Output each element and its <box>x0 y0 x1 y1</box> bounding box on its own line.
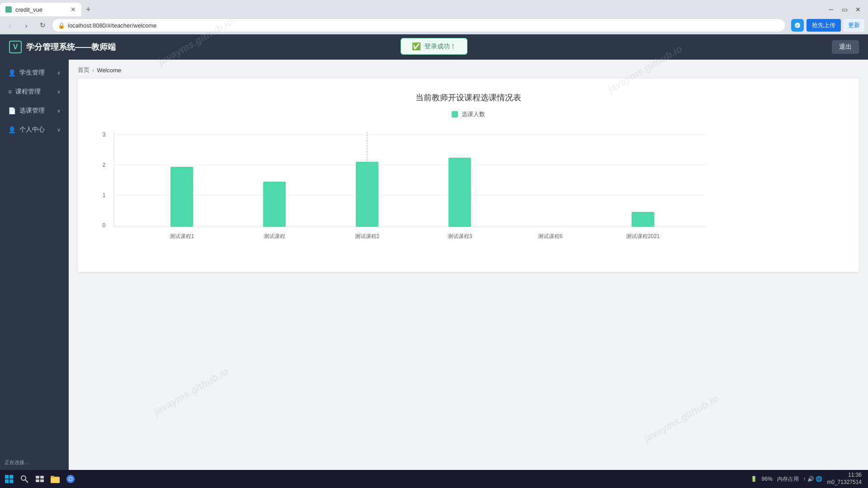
bar-1[interactable] <box>170 167 193 227</box>
x-label-6: 测试课程2021 <box>626 233 660 239</box>
svg-rect-22 <box>36 479 39 482</box>
success-icon: ✅ <box>412 42 421 51</box>
breadcrumb-current: Welcome <box>97 67 121 74</box>
watermark-4: javayms.github.io <box>642 393 721 445</box>
x-label-3: 测试课程2 <box>355 233 380 239</box>
legend-label: 选课人数 <box>462 110 485 118</box>
tab-bar: credit_vue ✕ + ─ ▭ ✕ <box>0 0 868 16</box>
memory-label: 内存占用 <box>777 475 799 483</box>
taskbar: 🔋 96% 内存占用 ↑ 🔊 🌐 11:36 m0_71327514 <box>0 470 868 488</box>
chrome-button[interactable] <box>63 472 78 486</box>
sidebar-item-students[interactable]: 👤 学生管理 ∨ <box>0 63 69 82</box>
forward-button[interactable]: › <box>20 19 33 32</box>
battery-icon: 🔋 <box>750 476 757 482</box>
browser-tab[interactable]: credit_vue ✕ <box>0 3 81 16</box>
watermark-3: javayms.github.io <box>152 366 231 418</box>
sidebar-item-courses[interactable]: ≡ 课程管理 ∨ <box>0 82 69 101</box>
status-bar: 正在连接... <box>0 457 69 468</box>
svg-rect-20 <box>36 476 39 479</box>
svg-text:0: 0 <box>103 222 106 229</box>
sidebar-arrow-courses: ∨ <box>57 89 61 95</box>
address-bar-row: ‹ › ↻ 🔒 localhost:8080/#/teacher/welcome… <box>0 16 868 34</box>
svg-point-18 <box>21 476 26 480</box>
system-icons: ↑ 🔊 🌐 <box>803 476 823 482</box>
svg-rect-17 <box>9 479 13 483</box>
sidebar-label-profile: 个人中心 <box>19 126 53 134</box>
logout-button[interactable]: 退出 <box>832 40 859 54</box>
bar-chart: 3 2 1 0 <box>96 127 841 254</box>
back-button[interactable]: ‹ <box>4 19 16 32</box>
svg-text:3: 3 <box>103 131 106 138</box>
address-bar[interactable]: 🔒 localhost:8080/#/teacher/welcome <box>52 19 785 32</box>
chart-legend: 选课人数 <box>96 110 841 118</box>
sidebar-item-selection[interactable]: 📄 选课管理 ∨ <box>0 101 69 120</box>
logo-icon: V <box>9 41 22 53</box>
clock-time: 11:36 <box>827 472 862 479</box>
sidebar-label-courses: 课程管理 <box>15 88 53 96</box>
success-notification: ✅ 登录成功！ <box>401 38 467 55</box>
task-view-button[interactable] <box>33 472 47 486</box>
selection-icon: 📄 <box>8 107 16 114</box>
bar-6[interactable] <box>632 212 654 227</box>
tab-favicon <box>5 6 12 13</box>
app-header: V 学分管理系统——教师端 ✅ 登录成功！ 退出 <box>0 34 868 60</box>
extension-button-1[interactable]: ✓ <box>791 19 804 32</box>
search-taskbar-button[interactable] <box>17 472 32 486</box>
update-button[interactable]: 更新 <box>844 19 864 32</box>
browser-extensions: ✓ 抢先上传 更新 <box>791 19 864 32</box>
profile-icon: 👤 <box>8 126 16 133</box>
svg-rect-23 <box>40 479 44 482</box>
notification-text: 登录成功！ <box>425 42 456 51</box>
reload-button[interactable]: ↻ <box>36 19 49 32</box>
status-text: 正在连接... <box>5 460 28 465</box>
chart-container: 当前教师开设课程选课情况表 选课人数 3 2 1 0 <box>78 79 859 272</box>
bar-4[interactable] <box>448 158 471 227</box>
sidebar-arrow-selection: ∨ <box>57 108 61 114</box>
svg-rect-16 <box>5 479 9 483</box>
svg-text:✓: ✓ <box>796 23 799 28</box>
svg-rect-14 <box>5 475 9 479</box>
breadcrumb-home[interactable]: 首页 <box>78 66 90 74</box>
app-title: 学分管理系统——教师端 <box>26 42 116 52</box>
chart-title: 当前教师开设课程选课情况表 <box>96 92 841 103</box>
new-tab-button[interactable]: + <box>83 5 94 14</box>
close-button[interactable]: ✕ <box>852 3 864 16</box>
clock-user: m0_71327514 <box>827 479 862 486</box>
window-controls: ─ ▭ ✕ <box>825 3 868 16</box>
sidebar-item-profile[interactable]: 👤 个人中心 ∨ <box>0 120 69 139</box>
battery-pct: 96% <box>762 476 773 482</box>
taskbar-system-tray: 🔋 96% 内存占用 ↑ 🔊 🌐 11:36 m0_71327514 <box>750 472 866 486</box>
content-area: javayms.github.io javayms.github.io java… <box>69 60 868 488</box>
file-manager-button[interactable] <box>48 472 62 486</box>
legend-color-box <box>452 111 458 117</box>
svg-line-19 <box>25 480 28 483</box>
chart-svg: 3 2 1 0 <box>96 127 841 254</box>
bar-2[interactable] <box>263 182 286 227</box>
upload-button[interactable]: 抢先上传 <box>807 19 841 32</box>
tab-title: credit_vue <box>15 6 42 13</box>
taskbar-clock: 11:36 m0_71327514 <box>827 472 862 486</box>
sidebar: 👤 学生管理 ∨ ≡ 课程管理 ∨ 📄 选课管理 ∨ 👤 个人中心 ∨ 正 <box>0 60 69 488</box>
sidebar-label-selection: 选课管理 <box>19 107 53 115</box>
sidebar-label-students: 学生管理 <box>19 69 53 77</box>
x-label-4: 测试课程3 <box>448 233 472 239</box>
course-icon: ≡ <box>8 88 12 95</box>
app-container: V 学分管理系统——教师端 ✅ 登录成功！ 退出 👤 学生管理 ∨ ≡ 课程管理… <box>0 34 868 488</box>
minimize-button[interactable]: ─ <box>825 3 837 16</box>
main-layout: 👤 学生管理 ∨ ≡ 课程管理 ∨ 📄 选课管理 ∨ 👤 个人中心 ∨ 正 <box>0 60 868 488</box>
x-label-2: 测试课程 <box>264 233 285 239</box>
svg-rect-25 <box>51 478 60 483</box>
svg-point-29 <box>69 478 72 480</box>
svg-rect-15 <box>9 475 13 479</box>
breadcrumb-separator: › <box>92 67 94 74</box>
sidebar-arrow-profile: ∨ <box>57 127 61 133</box>
x-label-5: 测试课程6 <box>538 233 563 239</box>
restore-button[interactable]: ▭ <box>838 3 851 16</box>
svg-rect-26 <box>51 476 54 478</box>
svg-rect-21 <box>40 476 44 479</box>
start-button[interactable] <box>2 472 16 486</box>
x-label-1: 测试课程1 <box>170 233 194 239</box>
student-icon: 👤 <box>8 69 16 76</box>
sidebar-arrow-students: ∨ <box>57 70 61 76</box>
tab-close-button[interactable]: ✕ <box>71 6 76 13</box>
